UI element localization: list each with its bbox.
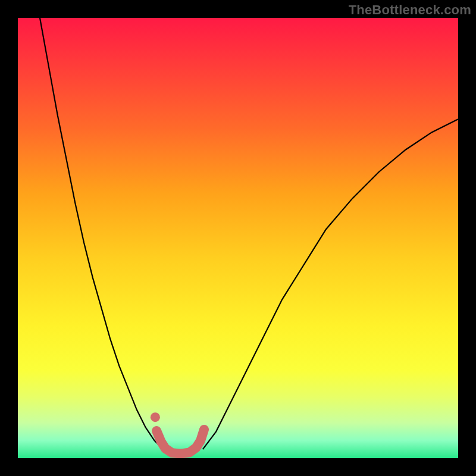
plot-area	[18, 18, 458, 458]
chart-svg	[18, 18, 458, 458]
trough-marker	[156, 430, 204, 454]
right-curve	[203, 119, 458, 449]
watermark-text: TheBottleneck.com	[349, 2, 471, 18]
chart-frame: TheBottleneck.com	[0, 0, 476, 476]
trough-dot-marker	[151, 412, 160, 422]
left-curve	[40, 18, 163, 449]
